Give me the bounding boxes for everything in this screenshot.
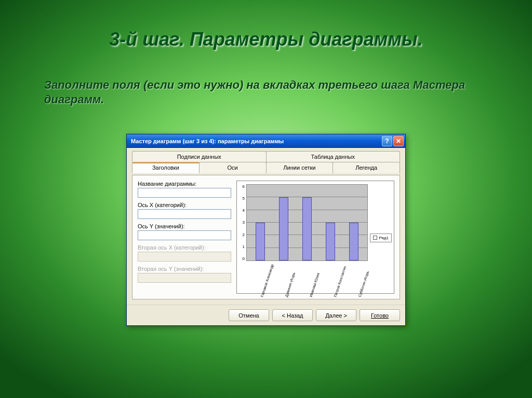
slide-canvas: 3-й шаг. Параметры диаграммы. Заполните … — [0, 0, 532, 398]
chart-title-field: Название диаграммы: — [138, 181, 231, 198]
y2-axis-field: Вторая ось Y (значений): — [138, 266, 231, 283]
y-axis-input[interactable] — [138, 230, 231, 240]
x-axis-label: Ось X (категорий): — [138, 202, 231, 208]
x2-axis-label: Вторая ось X (категорий): — [138, 244, 231, 251]
back-button[interactable]: < Назад — [272, 309, 313, 321]
x-axis-categories: Горчаков АлександрДужинин ИгорьИванова Ю… — [240, 261, 368, 291]
tab-legend[interactable]: Легенда — [332, 162, 400, 173]
help-button[interactable]: ? — [382, 136, 392, 146]
slide-title: 3-й шаг. Параметры диаграммы. — [0, 29, 532, 50]
bar — [326, 223, 335, 260]
y-tick: 1 — [240, 244, 245, 249]
close-button[interactable]: ✕ — [393, 136, 404, 146]
slide-subtitle: Заполните поля (если это нужно) на вклад… — [44, 78, 488, 106]
finish-button[interactable]: Готово — [360, 309, 400, 321]
bar — [349, 223, 358, 260]
x2-axis-field: Вторая ось X (категорий): — [138, 244, 231, 262]
tab-data-labels[interactable]: Подписи данных — [132, 151, 267, 162]
dialog-body: Подписи данных Таблица данных Заголовки … — [127, 148, 405, 305]
chart-preview: 6543210 Горчаков АлександрДужинин ИгорьИ… — [236, 181, 394, 294]
y2-axis-input — [138, 273, 231, 283]
bar — [256, 223, 265, 260]
y-axis-field: Ось Y (значений): — [138, 223, 231, 240]
x2-axis-input — [138, 252, 231, 262]
x-axis-input[interactable] — [138, 209, 231, 219]
y-tick: 6 — [240, 184, 245, 189]
bar — [302, 197, 312, 260]
tab-data-table[interactable]: Таблица данных — [266, 151, 401, 162]
titlebar[interactable]: Мастер диаграмм (шаг 3 из 4): параметры … — [127, 134, 405, 148]
legend: Ряд1 — [370, 234, 392, 242]
chart-wizard-dialog: Мастер диаграмм (шаг 3 из 4): параметры … — [126, 134, 406, 326]
chart-title-input[interactable] — [138, 188, 231, 198]
x-category: Субботин Игорь — [357, 287, 388, 305]
bars-container — [247, 185, 367, 260]
bar — [279, 197, 288, 260]
y-tick: 5 — [240, 196, 245, 201]
x-axis-field: Ось X (категорий): — [138, 202, 231, 219]
cancel-button[interactable]: Отмена — [229, 309, 269, 321]
y-tick: 3 — [240, 220, 245, 225]
y-axis-ticks: 6543210 — [240, 184, 246, 261]
y-tick: 0 — [240, 256, 245, 261]
next-button[interactable]: Далее > — [316, 309, 356, 321]
y-tick: 4 — [240, 208, 245, 213]
chart-title-label: Название диаграммы: — [138, 181, 231, 187]
tab-axes[interactable]: Оси — [199, 162, 267, 173]
fields-column: Название диаграммы: Ось X (категорий): О… — [138, 181, 231, 294]
legend-checkbox-icon — [373, 236, 377, 240]
button-row: Отмена < Назад Далее > Готово — [127, 305, 405, 325]
tab-gridlines[interactable]: Линии сетки — [266, 162, 334, 173]
legend-label: Ряд1 — [379, 236, 389, 240]
y2-axis-label: Вторая ось Y (значений): — [138, 266, 231, 272]
plot-grid — [246, 184, 368, 261]
y-axis-label: Ось Y (значений): — [138, 223, 231, 229]
tab-container: Подписи данных Таблица данных Заголовки … — [132, 151, 400, 173]
tab-titles[interactable]: Заголовки — [132, 162, 200, 173]
y-tick: 2 — [240, 232, 245, 237]
tab-content: Название диаграммы: Ось X (категорий): О… — [132, 175, 400, 299]
dialog-title: Мастер диаграмм (шаг 3 из 4): параметры … — [131, 138, 284, 144]
